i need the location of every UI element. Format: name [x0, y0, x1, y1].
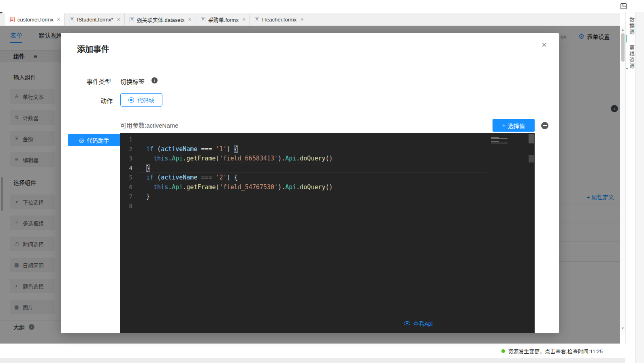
file-tab[interactable]: customer.formx×	[5, 13, 65, 26]
code-line-content: if (activeName === '2') {	[138, 173, 487, 183]
code-token: doQuery	[300, 155, 325, 162]
code-token: Api	[172, 155, 183, 162]
status-message[interactable]: 资源发生变更，点击查看,检查时间:11:25	[508, 347, 603, 355]
line-number: 3	[120, 154, 138, 164]
code-line[interactable]: 7}	[120, 192, 535, 202]
code-line[interactable]: 8	[120, 202, 535, 211]
minimap-line	[491, 144, 491, 145]
topbar	[0, 0, 644, 13]
event-type-value[interactable]: 切换标签	[120, 77, 145, 85]
event-type-label: 事件类型	[87, 77, 111, 85]
code-token	[212, 174, 216, 181]
page-scrollbar[interactable]: ▲ ▼	[620, 26, 625, 332]
code-token: 'field_54767530'	[220, 184, 278, 191]
file-tab[interactable]: 采购单.formx×	[196, 13, 250, 26]
assistant-icon: ◎	[79, 137, 84, 143]
code-editor[interactable]: 12if (activeName === '1') {3 this.Api.ge…	[120, 133, 535, 333]
code-token: getFrame	[186, 155, 215, 162]
file-tab-label: customer.formx	[17, 17, 53, 23]
code-token: {	[234, 145, 238, 153]
save-icon	[621, 3, 627, 9]
code-token: activeName	[161, 145, 197, 153]
add-event-modal: 添加事件 × 事件类型 切换标签 i 动作 代码块 可用参数:activeNam…	[61, 33, 559, 333]
editor-scrollbar-thumb[interactable]	[529, 134, 534, 143]
radio-selected-icon	[128, 97, 134, 103]
code-line[interactable]: 2if (activeName === '1') {	[120, 145, 535, 154]
tab-close-icon[interactable]: ×	[57, 16, 60, 23]
code-token: (	[216, 155, 220, 162]
overview-ruler-mark	[529, 155, 534, 162]
code-token: .	[281, 155, 285, 162]
code-token: '1'	[216, 145, 227, 153]
code-line[interactable]: 6 this.Api.getFrame('field_54767530').Ap…	[120, 183, 535, 192]
code-line-content: this.Api.getFrame('field_66583413').Api.…	[138, 154, 487, 164]
file-tab-label: 强关联实体.datasetx	[137, 16, 185, 23]
file-tab[interactable]: IStudent.formx*×	[65, 13, 125, 26]
app-window: customer.formx×IStudent.formx*×强关联实体.dat…	[0, 0, 644, 363]
scroll-up-icon[interactable]: ▲	[620, 28, 625, 32]
select-value-label: 选择值	[508, 122, 525, 130]
code-assistant-label: 代码助手	[87, 136, 109, 144]
tab-close-icon[interactable]: ×	[300, 16, 303, 23]
line-number: 6	[120, 183, 138, 192]
code-token: Api	[172, 184, 183, 191]
code-assistant-button[interactable]: ◎ 代码助手	[68, 134, 120, 146]
tab-close-icon[interactable]: ×	[242, 16, 245, 23]
form-file-icon	[10, 17, 15, 22]
file-tab[interactable]: 强关联实体.datasetx×	[125, 13, 196, 26]
code-line[interactable]: 1	[120, 135, 535, 145]
code-token: this	[154, 184, 168, 191]
rail-item-offline-resources[interactable]: 离线资源	[628, 45, 635, 69]
available-params-label: 可用参数:activeName	[120, 121, 178, 129]
code-token: ===	[201, 174, 212, 181]
select-value-button[interactable]: + 选择值	[493, 119, 535, 132]
code-token: Api	[285, 184, 296, 191]
code-token: }	[146, 164, 150, 172]
line-number: 1	[120, 135, 138, 145]
code-token: Api	[285, 155, 296, 162]
minimap-line	[491, 143, 508, 143]
code-lines: 12if (activeName === '1') {3 this.Api.ge…	[120, 133, 535, 211]
close-icon[interactable]: ×	[542, 41, 547, 49]
code-line[interactable]: 4}	[120, 164, 535, 173]
scroll-down-icon[interactable]: ▼	[620, 327, 625, 330]
tab-close-icon[interactable]: ×	[117, 16, 120, 23]
form-file-icon	[70, 17, 74, 22]
minimap	[491, 135, 510, 147]
remove-action-icon[interactable]	[541, 122, 548, 129]
code-token: .	[296, 155, 300, 162]
code-line[interactable]: 3 this.Api.getFrame('field_66583413').Ap…	[120, 154, 535, 164]
code-token: )	[278, 184, 281, 191]
file-tab[interactable]: ITeacher.formx×	[250, 13, 308, 26]
code-line-content: if (activeName === '1') {	[138, 145, 487, 154]
code-token: .	[168, 155, 172, 162]
code-block-button[interactable]: 代码块	[120, 93, 162, 107]
code-token	[146, 184, 154, 191]
save-button[interactable]	[619, 2, 628, 11]
offline-resource-icon	[626, 35, 627, 43]
view-api-label: 查看Api	[413, 319, 433, 327]
code-line-content	[138, 135, 487, 145]
code-token: {	[234, 174, 238, 181]
code-token: ()	[326, 184, 333, 191]
code-token: .	[168, 184, 172, 191]
form-file-icon	[255, 17, 259, 22]
minimap-line	[491, 137, 499, 138]
code-token: .	[183, 184, 186, 191]
code-token: (	[154, 145, 161, 153]
line-number: 7	[120, 192, 138, 202]
rail-item-datasource[interactable]: 数据源	[628, 17, 635, 35]
code-token: .	[281, 184, 285, 191]
plus-icon: +	[502, 122, 505, 129]
code-block-label: 代码块	[137, 96, 154, 104]
code-line[interactable]: 5if (activeName === '2') {	[120, 173, 535, 183]
code-token: this	[154, 155, 168, 162]
tab-close-icon[interactable]: ×	[188, 16, 192, 23]
status-bar: 资源发生变更，点击查看,检查时间:11:25	[0, 344, 625, 358]
code-token: activeName	[161, 174, 197, 181]
view-api-link[interactable]: 查看Api	[404, 319, 433, 327]
code-token	[146, 155, 154, 162]
code-token: (	[154, 174, 161, 181]
scrollbar-thumb[interactable]	[621, 33, 625, 62]
minimap-line	[491, 141, 499, 142]
